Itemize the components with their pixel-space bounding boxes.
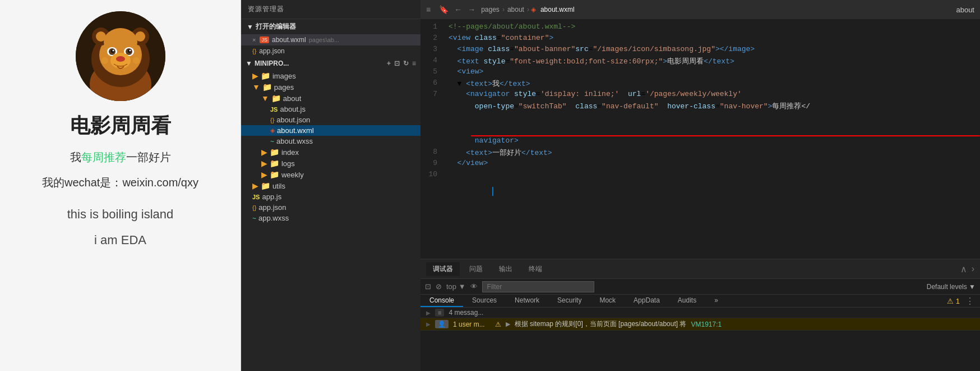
code-editor[interactable]: 1 <!--pages/about/about.wxml--> 2 <view … <box>420 20 980 259</box>
default-levels[interactable]: Default levels ▼ <box>927 283 976 291</box>
tree-item-pages[interactable]: ▼ 📁 pages <box>241 81 420 93</box>
bookmark-icon[interactable]: 🔖 <box>436 5 451 14</box>
close-icon[interactable]: × <box>252 36 256 43</box>
app-json-item[interactable]: {} app.json <box>241 45 420 57</box>
folder-icon-index: ▶ 📁 <box>261 148 279 157</box>
boiling-text: this is boiling island <box>67 207 174 222</box>
code-line-3: 3 <image class="about-banner"src="/image… <box>420 45 980 56</box>
tree-item-app-wxss[interactable]: ~ app.wxss <box>241 213 420 223</box>
refresh-icon[interactable]: ↻ <box>403 59 409 67</box>
block-icon[interactable]: ⊘ <box>436 282 442 291</box>
tree-item-logs[interactable]: ▶ 📁 logs <box>241 158 420 169</box>
eye-icon[interactable]: 👁 <box>470 282 478 291</box>
tree-item-app-json[interactable]: {} app.json <box>241 202 420 213</box>
tree-item-utils[interactable]: ▶ 📁 utils <box>241 180 420 191</box>
console-tab-audits[interactable]: Audits <box>669 295 705 307</box>
code-line-5: 5 <view> <box>420 67 980 79</box>
warning-message: 根据 sitemap 的规则[0]，当前页面 [pages/about/abou… <box>515 319 687 329</box>
tree-item-weekly[interactable]: ▶ 📁 weekly <box>241 169 420 180</box>
user-icon: 👤 <box>435 320 449 328</box>
code-line-4: 4 <text style="font-weight:bold;font-siz… <box>420 56 980 67</box>
eda-text: i am EDA <box>94 233 146 248</box>
code-line-8: 8 <text>一部好片</text> <box>420 148 980 159</box>
minipro-section[interactable]: ▼ MINIPRO... + ⊡ ↻ ≡ <box>241 57 420 70</box>
right-panel: ≡ 🔖 ← → pages › about › ◈ about.wxml abo… <box>420 0 980 371</box>
back-icon[interactable]: ← <box>451 5 465 14</box>
console-tab-more[interactable]: » <box>705 295 727 307</box>
active-editor-item[interactable]: × JS about.wxml pages\ab... <box>241 34 420 45</box>
svg-point-16 <box>129 50 131 52</box>
app-json2-label: app.json <box>258 203 286 212</box>
add-icon[interactable]: + <box>387 59 391 67</box>
wxss-icon: ~ <box>270 138 274 145</box>
logs-label: logs <box>281 159 295 168</box>
tab-output[interactable]: 输出 <box>492 262 519 276</box>
wxml-file-icon: ◈ <box>270 127 275 134</box>
wxml-icon: JS <box>260 36 269 43</box>
console-tab-mock[interactable]: Mock <box>590 295 625 307</box>
breadcrumb-about: about <box>505 6 527 13</box>
open-editors-header[interactable]: ▼ 打开的编辑器 <box>241 19 420 34</box>
folder-icon-pages: ▼ 📁 <box>252 83 272 91</box>
console-tab-appdata[interactable]: AppData <box>625 295 669 307</box>
open-editors-label: 打开的编辑器 <box>256 22 296 31</box>
tagline-link[interactable]: 每周推荐 <box>81 151 126 163</box>
code-line-6: 6 ▼ <text>我</text> <box>420 79 980 90</box>
bottom-tabs: 调试器 问题 输出 终端 ∧ › <box>420 259 980 279</box>
console-content: ▶ ≡ 4 messag... ▶ 👤 1 user m... ⚠ ▶ 根据 s… <box>420 308 980 371</box>
tagline-prefix: 我 <box>70 151 81 163</box>
about-label: about <box>283 94 302 103</box>
tree-item-about-json[interactable]: {} about.json <box>241 114 420 125</box>
about-wxss-label: about.wxss <box>276 137 313 145</box>
tree-item-about[interactable]: ▼ 📁 about <box>241 93 420 104</box>
breadcrumb-pages: pages <box>478 6 502 13</box>
user-msg-count: 1 user m... <box>453 320 485 328</box>
warning-icon: ⚠ <box>495 320 501 328</box>
tree-item-about-wxss[interactable]: ~ about.wxss <box>241 136 420 146</box>
tab-problems[interactable]: 问题 <box>463 262 489 276</box>
console-tab-network[interactable]: Network <box>506 295 548 307</box>
forward-icon[interactable]: → <box>465 5 478 14</box>
index-label: index <box>281 148 299 157</box>
cursor-icon[interactable]: ⊡ <box>425 282 431 291</box>
minipro-actions: + ⊡ ↻ ≡ <box>387 59 416 67</box>
tree-item-app-js[interactable]: JS app.js <box>241 191 420 202</box>
avatar <box>76 11 165 101</box>
tab-terminal[interactable]: 终端 <box>522 262 549 276</box>
console-tab-console[interactable]: Console <box>420 295 463 307</box>
warning-triangle: ▶ <box>506 320 510 328</box>
more-options-icon[interactable]: ⋮ <box>965 296 980 306</box>
code-line-1: 1 <!--pages/about/about.wxml--> <box>420 22 980 34</box>
chevron-right-icon: ▼ <box>246 59 252 67</box>
left-preview-panel: 电影周周看 我每周推荐一部好片 我的wechat是：weixin.com/qxy… <box>0 0 241 371</box>
utils-label: utils <box>272 182 285 190</box>
app-js-icon: JS <box>252 194 260 200</box>
filter-input[interactable] <box>482 281 594 292</box>
active-editor-path: pages\ab... <box>309 36 339 43</box>
about-js-label: about.js <box>280 105 306 113</box>
svg-point-18 <box>116 56 125 62</box>
json-file-icon: {} <box>270 117 274 123</box>
warning-link[interactable]: VM1917:1 <box>691 320 722 328</box>
images-label: images <box>272 72 296 80</box>
console-tab-security[interactable]: Security <box>548 295 590 307</box>
app-wxss-label: app.wxss <box>258 214 289 222</box>
console-tab-sources[interactable]: Sources <box>463 295 506 307</box>
tab-debugger[interactable]: 调试器 <box>426 262 460 276</box>
about-link[interactable]: about <box>956 6 974 14</box>
active-editor-name: about.wxml <box>272 36 306 44</box>
warning-count-badge: ⚠ 1 <box>947 297 965 305</box>
dropdown-icon[interactable]: top ▼ <box>446 282 466 291</box>
folder-icon[interactable]: ⊡ <box>394 59 400 67</box>
tree-item-index[interactable]: ▶ 📁 index <box>241 146 420 158</box>
close-panel-icon[interactable]: › <box>972 264 974 274</box>
code-line-2: 2 <view class="container"> <box>420 34 980 45</box>
collapse-icon[interactable]: ≡ <box>412 59 416 67</box>
tree-item-about-wxml[interactable]: ◈ about.wxml <box>241 125 420 136</box>
tree-item-about-js[interactable]: JS about.js <box>241 104 420 114</box>
wechat-info: 我的wechat是：weixin.com/qxy <box>42 175 198 190</box>
chevron-up-icon[interactable]: ∧ <box>960 264 967 274</box>
tree-item-images[interactable]: ▶ 📁 images <box>241 70 420 81</box>
code-line-9: 9 </view> <box>420 159 980 170</box>
menu-icon[interactable]: ≡ <box>420 5 436 14</box>
